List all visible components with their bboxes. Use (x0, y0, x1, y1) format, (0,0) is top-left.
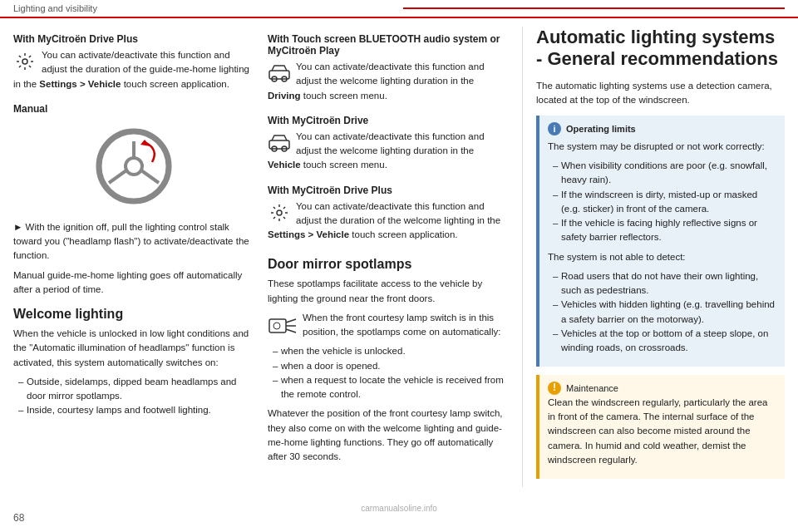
car-icon-2 (268, 131, 291, 155)
front-lamp-items-list: when the vehicle is unlocked. when a doo… (268, 344, 509, 401)
svg-line-17 (286, 329, 296, 332)
list-item: Outside, sidelamps, dipped beam headlamp… (18, 375, 254, 404)
maintenance-text: Clean the windscreen regularly, particul… (548, 396, 776, 467)
page-number: 68 (13, 512, 24, 524)
mycitroën-drive-section: You can activate/deactivate this functio… (268, 130, 509, 178)
svg-line-5 (141, 170, 159, 183)
maintenance-title: Maintenance (548, 382, 776, 396)
right-column: Automatic lighting systems - General rec… (522, 27, 785, 487)
main-title: Automatic lighting systems - General rec… (536, 27, 785, 71)
bluetooth-text: You can activate/deactivate this functio… (268, 60, 509, 103)
svg-line-4 (109, 170, 126, 183)
mycitroën-drive-plus-mid-title: With MyCitroën Drive Plus (268, 185, 509, 196)
operating-limits-box: i Operating limits The system may be dis… (536, 116, 785, 367)
whatever-text: Whatever the position of the front court… (268, 406, 509, 464)
front-lamp-text: When the front courtesy lamp switch is i… (268, 311, 509, 340)
manual-desc: ► With the ignition off, pull the lighti… (13, 220, 254, 264)
bluetooth-section: You can activate/deactivate this functio… (268, 60, 509, 108)
mycitroën-drive-text: You can activate/deactivate this functio… (268, 130, 509, 173)
maintenance-box: ! Maintenance Clean the windscreen regul… (536, 375, 785, 479)
gear-icon (13, 50, 37, 73)
maintenance-header: ! Maintenance (548, 382, 776, 396)
operating-items-list: When visibility conditions are poor (e.g… (548, 159, 776, 245)
cannot-items-list: Road users that do not have their own li… (548, 269, 776, 356)
mycitroën-drive-plus-section: You can activate/deactivate this functio… (268, 200, 509, 248)
mycitroën-section: You can activate/deactivate this functio… (13, 48, 254, 96)
manual-desc2: Manual guide-me-home lighting goes off a… (13, 268, 254, 298)
list-item: when the vehicle is unlocked. (273, 344, 509, 358)
list-item: when a door is opened. (273, 359, 509, 373)
gear-icon-2 (268, 201, 291, 224)
list-item: when a request to locate the vehicle is … (273, 373, 509, 402)
door-mirror-text: These spotlamps facilitate access to the… (268, 277, 509, 306)
left-column: With MyCitroën Drive Plus You can activa… (13, 27, 254, 487)
svg-point-18 (273, 323, 280, 329)
steering-wheel-diagram (13, 125, 254, 210)
mycitroën-drive-title: With MyCitroën Drive (268, 115, 509, 126)
car-icon (268, 62, 291, 85)
welcome-lighting-title: Welcome lighting (13, 307, 254, 322)
watermark: carmanualsoline.info (0, 504, 798, 513)
operating-intro: The system may be disrupted or not work … (548, 140, 776, 154)
cannot-detect-text: The system is not able to detect: (548, 250, 776, 264)
list-item: Road users that do not have their own li… (553, 269, 776, 298)
mycitroën-drive-plus-text: You can activate/deactivate this functio… (268, 200, 509, 243)
door-mirror-title: Door mirror spotlamps (268, 257, 509, 272)
top-bar: Lighting and visibility (0, 0, 798, 18)
list-item: Vehicles at the top or bottom of a steep… (553, 327, 776, 356)
mycitroën-section-text: You can activate/deactivate this functio… (13, 48, 254, 91)
manual-title: Manual (13, 103, 254, 115)
list-item: When visibility conditions are poor (e.g… (553, 159, 776, 188)
svg-point-0 (22, 59, 27, 64)
front-lamp-section: When the front courtesy lamp switch is i… (268, 311, 509, 345)
welcome-items-list: Outside, sidelamps, dipped beam headlamp… (13, 375, 254, 418)
svg-point-2 (126, 158, 142, 175)
operating-title: Operating limits (548, 122, 776, 136)
front-lamp-icon (268, 311, 298, 341)
mid-column: With Touch screen BLUETOOTH audio system… (268, 27, 509, 487)
operating-header: i Operating limits (548, 122, 776, 140)
svg-marker-6 (140, 140, 150, 146)
list-item: If the vehicle is facing highly reflecti… (553, 216, 776, 245)
mycitroën-drive-plus-title: With MyCitroën Drive Plus (13, 33, 254, 45)
intro-text: The automatic lighting systems use a det… (536, 79, 785, 108)
list-item: Vehicles with hidden lighting (e.g. trav… (553, 298, 776, 327)
list-item: Inside, courtesy lamps and footwell ligh… (18, 403, 254, 417)
welcome-lighting-text: When the vehicle is unlocked in low ligh… (13, 327, 254, 370)
bluetooth-section-title: With Touch screen BLUETOOTH audio system… (268, 33, 509, 57)
svg-point-13 (277, 210, 282, 215)
header-title: Lighting and visibility (13, 3, 395, 13)
list-item: If the windscreen is dirty, misted-up or… (553, 188, 776, 217)
svg-line-15 (286, 319, 296, 323)
svg-rect-14 (269, 319, 286, 332)
